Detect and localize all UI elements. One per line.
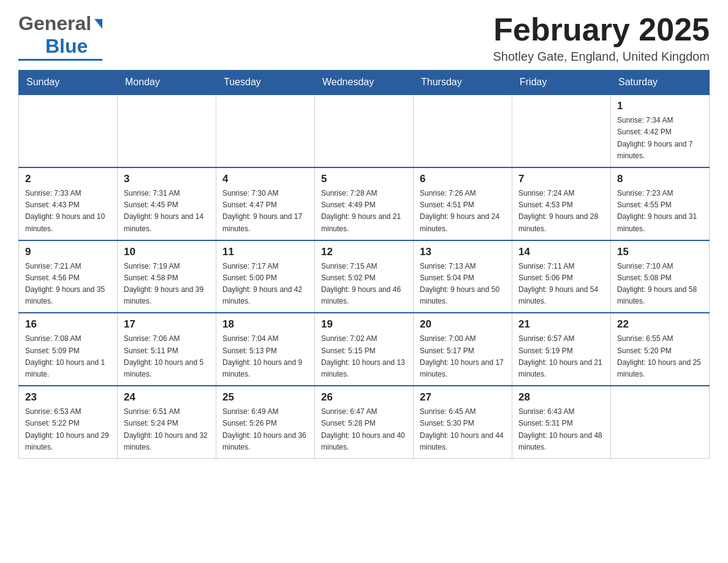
week-row-1: 1Sunrise: 7:34 AMSunset: 4:42 PMDaylight… xyxy=(19,94,710,167)
day-number: 7 xyxy=(518,173,604,185)
week-row-2: 2Sunrise: 7:33 AMSunset: 4:43 PMDaylight… xyxy=(19,167,710,240)
calendar-day xyxy=(611,386,710,458)
header-thursday: Thursday xyxy=(414,71,512,95)
header-sunday: Sunday xyxy=(19,71,118,95)
day-number: 4 xyxy=(222,173,308,185)
calendar-day: 7Sunrise: 7:24 AMSunset: 4:53 PMDaylight… xyxy=(512,167,611,240)
day-info: Sunrise: 7:11 AMSunset: 5:06 PMDaylight:… xyxy=(518,261,604,308)
day-number: 15 xyxy=(617,246,703,258)
calendar-day xyxy=(315,94,414,167)
calendar-day xyxy=(118,94,216,167)
calendar-day: 1Sunrise: 7:34 AMSunset: 4:42 PMDaylight… xyxy=(611,94,710,167)
calendar-day: 20Sunrise: 7:00 AMSunset: 5:17 PMDayligh… xyxy=(414,313,512,386)
calendar-day: 23Sunrise: 6:53 AMSunset: 5:22 PMDayligh… xyxy=(19,386,118,458)
day-number: 28 xyxy=(518,391,604,404)
calendar-day: 8Sunrise: 7:23 AMSunset: 4:55 PMDaylight… xyxy=(611,167,710,240)
day-info: Sunrise: 7:10 AMSunset: 5:08 PMDaylight:… xyxy=(617,261,703,308)
day-info: Sunrise: 6:57 AMSunset: 5:19 PMDaylight:… xyxy=(518,333,604,380)
day-number: 27 xyxy=(420,391,506,404)
header-wednesday: Wednesday xyxy=(315,71,414,95)
calendar-day: 26Sunrise: 6:47 AMSunset: 5:28 PMDayligh… xyxy=(315,386,414,458)
title-section: February 2025 Shotley Gate, England, Uni… xyxy=(493,12,710,64)
logo-blue-text: Blue xyxy=(45,35,88,58)
day-number: 12 xyxy=(321,246,407,258)
page-header: General Blue February 2025 Shotley Gate,… xyxy=(18,12,710,64)
day-number: 22 xyxy=(617,318,703,331)
day-number: 11 xyxy=(222,246,308,258)
calendar-day xyxy=(19,94,118,167)
header-tuesday: Tuesday xyxy=(216,71,315,95)
day-number: 18 xyxy=(222,318,308,331)
day-info: Sunrise: 7:23 AMSunset: 4:55 PMDaylight:… xyxy=(617,188,703,235)
calendar-day: 19Sunrise: 7:02 AMSunset: 5:15 PMDayligh… xyxy=(315,313,414,386)
day-info: Sunrise: 7:30 AMSunset: 4:47 PMDaylight:… xyxy=(222,188,308,235)
day-info: Sunrise: 7:26 AMSunset: 4:51 PMDaylight:… xyxy=(420,188,506,235)
calendar-day: 2Sunrise: 7:33 AMSunset: 4:43 PMDaylight… xyxy=(19,167,118,240)
day-number: 14 xyxy=(518,246,604,258)
calendar-day: 5Sunrise: 7:28 AMSunset: 4:49 PMDaylight… xyxy=(315,167,414,240)
day-number: 2 xyxy=(25,173,111,185)
calendar-day: 25Sunrise: 6:49 AMSunset: 5:26 PMDayligh… xyxy=(216,386,315,458)
day-info: Sunrise: 7:19 AMSunset: 4:58 PMDaylight:… xyxy=(124,261,210,308)
day-number: 5 xyxy=(321,173,407,185)
day-info: Sunrise: 6:53 AMSunset: 5:22 PMDaylight:… xyxy=(25,406,111,453)
day-info: Sunrise: 6:45 AMSunset: 5:30 PMDaylight:… xyxy=(420,406,506,453)
day-number: 3 xyxy=(124,173,210,185)
calendar-day xyxy=(512,94,611,167)
day-info: Sunrise: 7:13 AMSunset: 5:04 PMDaylight:… xyxy=(420,261,506,308)
day-number: 21 xyxy=(518,318,604,331)
week-row-3: 9Sunrise: 7:21 AMSunset: 4:56 PMDaylight… xyxy=(19,240,710,313)
day-number: 24 xyxy=(124,391,210,404)
day-number: 16 xyxy=(25,318,111,331)
day-number: 10 xyxy=(124,246,210,258)
calendar-day: 27Sunrise: 6:45 AMSunset: 5:30 PMDayligh… xyxy=(414,386,512,458)
header-monday: Monday xyxy=(118,71,216,95)
month-title: February 2025 xyxy=(493,12,710,47)
day-info: Sunrise: 6:55 AMSunset: 5:20 PMDaylight:… xyxy=(617,333,703,380)
day-number: 23 xyxy=(25,391,111,404)
day-number: 8 xyxy=(617,173,703,185)
day-info: Sunrise: 7:06 AMSunset: 5:11 PMDaylight:… xyxy=(124,333,210,380)
calendar-day: 22Sunrise: 6:55 AMSunset: 5:20 PMDayligh… xyxy=(611,313,710,386)
day-info: Sunrise: 7:31 AMSunset: 4:45 PMDaylight:… xyxy=(124,188,210,235)
day-info: Sunrise: 6:51 AMSunset: 5:24 PMDaylight:… xyxy=(124,406,210,453)
calendar-day: 14Sunrise: 7:11 AMSunset: 5:06 PMDayligh… xyxy=(512,240,611,313)
calendar-table: SundayMondayTuesdayWednesdayThursdayFrid… xyxy=(18,70,710,459)
day-info: Sunrise: 7:04 AMSunset: 5:13 PMDaylight:… xyxy=(222,333,308,380)
calendar-day xyxy=(414,94,512,167)
day-info: Sunrise: 7:02 AMSunset: 5:15 PMDaylight:… xyxy=(321,333,407,380)
calendar-day: 13Sunrise: 7:13 AMSunset: 5:04 PMDayligh… xyxy=(414,240,512,313)
calendar-header-row: SundayMondayTuesdayWednesdayThursdayFrid… xyxy=(19,71,710,95)
day-info: Sunrise: 7:34 AMSunset: 4:42 PMDaylight:… xyxy=(617,115,703,162)
week-row-4: 16Sunrise: 7:08 AMSunset: 5:09 PMDayligh… xyxy=(19,313,710,386)
day-number: 6 xyxy=(420,173,506,185)
calendar-day: 6Sunrise: 7:26 AMSunset: 4:51 PMDaylight… xyxy=(414,167,512,240)
calendar-day: 28Sunrise: 6:43 AMSunset: 5:31 PMDayligh… xyxy=(512,386,611,458)
logo-general-text: General xyxy=(18,12,91,35)
calendar-day: 18Sunrise: 7:04 AMSunset: 5:13 PMDayligh… xyxy=(216,313,315,386)
header-saturday: Saturday xyxy=(611,71,710,95)
calendar-day: 4Sunrise: 7:30 AMSunset: 4:47 PMDaylight… xyxy=(216,167,315,240)
day-number: 9 xyxy=(25,246,111,258)
calendar-day: 24Sunrise: 6:51 AMSunset: 5:24 PMDayligh… xyxy=(118,386,216,458)
day-info: Sunrise: 7:00 AMSunset: 5:17 PMDaylight:… xyxy=(420,333,506,380)
day-info: Sunrise: 6:47 AMSunset: 5:28 PMDaylight:… xyxy=(321,406,407,453)
day-number: 1 xyxy=(617,100,703,112)
logo: General Blue xyxy=(18,12,102,61)
day-info: Sunrise: 7:24 AMSunset: 4:53 PMDaylight:… xyxy=(518,188,604,235)
day-info: Sunrise: 7:21 AMSunset: 4:56 PMDaylight:… xyxy=(25,261,111,308)
calendar-day: 11Sunrise: 7:17 AMSunset: 5:00 PMDayligh… xyxy=(216,240,315,313)
calendar-day: 10Sunrise: 7:19 AMSunset: 4:58 PMDayligh… xyxy=(118,240,216,313)
calendar-day: 17Sunrise: 7:06 AMSunset: 5:11 PMDayligh… xyxy=(118,313,216,386)
day-number: 13 xyxy=(420,246,506,258)
day-number: 26 xyxy=(321,391,407,404)
day-info: Sunrise: 6:49 AMSunset: 5:26 PMDaylight:… xyxy=(222,406,308,453)
day-info: Sunrise: 7:17 AMSunset: 5:00 PMDaylight:… xyxy=(222,261,308,308)
calendar-day xyxy=(216,94,315,167)
day-info: Sunrise: 7:08 AMSunset: 5:09 PMDaylight:… xyxy=(25,333,111,380)
calendar-day: 15Sunrise: 7:10 AMSunset: 5:08 PMDayligh… xyxy=(611,240,710,313)
week-row-5: 23Sunrise: 6:53 AMSunset: 5:22 PMDayligh… xyxy=(19,386,710,458)
day-number: 25 xyxy=(222,391,308,404)
day-info: Sunrise: 6:43 AMSunset: 5:31 PMDaylight:… xyxy=(518,406,604,453)
day-info: Sunrise: 7:33 AMSunset: 4:43 PMDaylight:… xyxy=(25,188,111,235)
